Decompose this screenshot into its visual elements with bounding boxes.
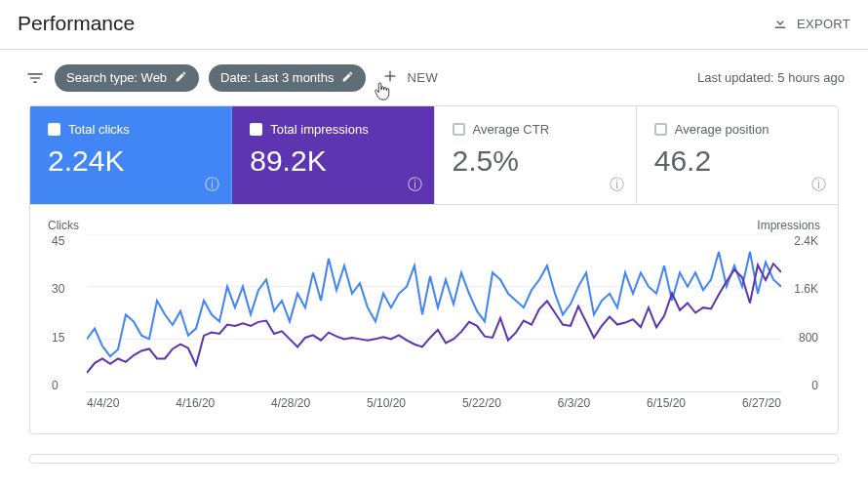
download-icon bbox=[771, 14, 789, 34]
metric-avg_position[interactable]: Average position46.2ⓘ bbox=[637, 106, 838, 204]
help-icon[interactable]: ⓘ bbox=[610, 176, 624, 194]
page-title: Performance bbox=[18, 12, 135, 35]
chip-search-type[interactable]: Search type: Web bbox=[55, 64, 199, 92]
help-icon[interactable]: ⓘ bbox=[811, 176, 826, 194]
line-chart[interactable]: 45 30 15 0 2.4K 1.6K 800 0 bbox=[48, 234, 820, 416]
metric-label: Total clicks bbox=[68, 122, 130, 137]
checkbox-icon bbox=[654, 123, 667, 136]
metric-avg_ctr[interactable]: Average CTR2.5%ⓘ bbox=[435, 106, 637, 204]
metric-label: Average position bbox=[675, 122, 769, 137]
checkbox-icon bbox=[250, 123, 262, 136]
pencil-icon bbox=[175, 70, 187, 86]
chip-label: Date: Last 3 months bbox=[220, 70, 334, 85]
checkbox-icon bbox=[48, 123, 60, 136]
metric-value: 46.2 bbox=[654, 144, 820, 178]
pencil-icon bbox=[341, 70, 354, 86]
card-stub bbox=[29, 454, 839, 464]
left-axis-title: Clicks bbox=[48, 219, 79, 232]
export-label: EXPORT bbox=[797, 17, 850, 31]
last-updated-text: Last updated: 5 hours ago bbox=[697, 70, 850, 85]
new-button-label: NEW bbox=[407, 70, 438, 85]
filter-icon[interactable] bbox=[25, 68, 45, 88]
help-icon[interactable]: ⓘ bbox=[205, 176, 219, 194]
right-axis-title: Impressions bbox=[757, 219, 820, 232]
metric-total_clicks[interactable]: Total clicks2.24Kⓘ bbox=[30, 106, 232, 204]
metric-label: Total impressions bbox=[270, 122, 368, 137]
performance-card: Total clicks2.24KⓘTotal impressions89.2K… bbox=[29, 105, 839, 434]
cursor-hand-icon bbox=[374, 81, 391, 105]
y-axis-left: 45 30 15 0 bbox=[48, 234, 87, 392]
checkbox-icon bbox=[453, 123, 465, 136]
export-button[interactable]: EXPORT bbox=[771, 14, 850, 34]
x-axis: 4/4/20 4/16/20 4/28/20 5/10/20 5/22/20 6… bbox=[87, 396, 781, 416]
help-icon[interactable]: ⓘ bbox=[408, 176, 422, 194]
add-filter-button[interactable]: NEW bbox=[375, 63, 444, 92]
y-axis-right: 2.4K 1.6K 800 0 bbox=[781, 234, 820, 392]
metric-label: Average CTR bbox=[473, 122, 550, 137]
chip-date-range[interactable]: Date: Last 3 months bbox=[209, 64, 366, 92]
metric-value: 2.24K bbox=[48, 144, 214, 178]
metric-total_impressions[interactable]: Total impressions89.2Kⓘ bbox=[232, 106, 434, 204]
metric-value: 2.5% bbox=[453, 144, 618, 178]
chip-label: Search type: Web bbox=[66, 70, 167, 85]
metric-value: 89.2K bbox=[250, 144, 415, 178]
